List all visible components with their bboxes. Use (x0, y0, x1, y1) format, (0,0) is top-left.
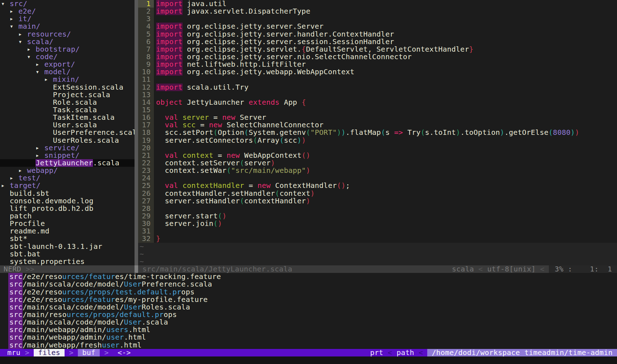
ctrlp-result-row[interactable]: src/e2e/resources/features/my-profile.fe… (0, 296, 617, 303)
code-line-5[interactable]: 5import org.eclipse.jetty.server.handler… (138, 30, 617, 38)
expand-arrow-icon[interactable]: ▸ (10, 8, 14, 15)
expand-arrow-icon[interactable]: ▸ (44, 76, 48, 83)
code-line-6[interactable]: 6import org.eclipse.jetty.server.session… (138, 38, 617, 46)
code-line-31[interactable]: 31 (138, 227, 617, 235)
code-line-23[interactable]: 23 context.setWar("src/main/webapp") (138, 167, 617, 174)
code-line-7[interactable]: 7import org.eclipse.jetty.servlet.{Defau… (138, 46, 617, 53)
tree-dir-src[interactable]: ▾src/ (0, 0, 135, 8)
expand-arrow-icon[interactable]: ▸ (10, 15, 14, 23)
code-line-21[interactable]: 21 val context = new WebAppContext() (138, 152, 617, 159)
ctrlp-result-row[interactable]: src/main/webapp/admin/user.html (0, 334, 617, 341)
ctrlp-prompt[interactable]: >>> user_ (0, 356, 617, 364)
tree-file-patch[interactable]: patch (0, 212, 135, 220)
ctrlp-result-list[interactable]: src/e2e/resources/features/time-tracking… (0, 273, 617, 349)
ctrlp-result-row[interactable]: src/main/scala/code/model/UserRoles.scal… (0, 303, 617, 311)
tree-file-sbt-bat[interactable]: sbt.bat (0, 250, 135, 258)
tree-file-sbt[interactable]: sbt* (0, 235, 135, 242)
code-line-19[interactable]: 19 server.setConnectors(Array(scc)) (138, 137, 617, 144)
tree-file-lift-proto-db-h2-db[interactable]: lift_proto.db.h2.db (0, 205, 135, 212)
tree-dir-main[interactable]: ▾main/ (0, 23, 135, 30)
expand-arrow-icon[interactable]: ▸ (10, 174, 14, 182)
ctrlp-mode-files[interactable]: files (34, 349, 65, 356)
code-line-9[interactable]: 9import net.liftweb.http.LiftFilter (138, 61, 617, 68)
collapse-arrow-icon[interactable]: ▾ (10, 23, 14, 30)
code-line-20[interactable]: 20 (138, 144, 617, 152)
tree-file-build-sbt[interactable]: build.sbt (0, 190, 135, 197)
code-line-17[interactable]: 17 val scc = new SelectChannelConnector (138, 121, 617, 129)
tree-dir-snippet[interactable]: ▸snippet/ (0, 152, 135, 159)
tree-file-UserRoles-scala[interactable]: UserRoles.scala (0, 137, 135, 144)
tree-dir-bootstrap[interactable]: ▸bootstrap/ (0, 46, 135, 53)
tree-file-TaskItem-scala[interactable]: TaskItem.scala (0, 114, 135, 121)
code-line-13[interactable]: 13 (138, 91, 617, 99)
tree-dir-test[interactable]: ▸test/ (0, 174, 135, 182)
tree-dir-e2e[interactable]: ▸e2e/ (0, 8, 135, 15)
ctrlp-result-row[interactable]: src/main/resources/props/default.props (0, 311, 617, 318)
ctrlp-result-row[interactable]: src/main/webapp/freshuser.html (0, 341, 617, 349)
expand-arrow-icon[interactable]: ▸ (18, 30, 22, 38)
tree-file-JettyLauncher-scala[interactable]: JettyLauncher.scala (0, 159, 135, 167)
collapse-arrow-icon[interactable]: ▾ (27, 53, 31, 61)
tree-dir-target[interactable]: ▸target/ (0, 182, 135, 189)
code-line-2[interactable]: 2import javax.servlet.DispatcherType (138, 8, 617, 15)
tree-dir-resources[interactable]: ▸resources/ (0, 30, 135, 38)
code-line-1[interactable]: 1import java.util (138, 0, 617, 8)
editor-pane[interactable]: 1import java.util2import javax.servlet.D… (138, 0, 617, 243)
collapse-arrow-icon[interactable]: ▾ (36, 68, 39, 76)
ctrlp-result-row[interactable]: src/e2e/resources/props/test.default.pro… (0, 288, 617, 296)
tree-file-User-scala[interactable]: User.scala (0, 121, 135, 129)
code-line-26[interactable]: 26 contextHandler.setHandler(context) (138, 190, 617, 197)
ctrlp-result-row[interactable]: src/main/scala/code/model/UserPreference… (0, 280, 617, 288)
ctrlp-mode-mru[interactable]: mru (3, 349, 25, 356)
code-line-27[interactable]: 27 server.setHandler(contextHandler) (138, 197, 617, 205)
expand-arrow-icon[interactable]: ▸ (36, 152, 39, 159)
tree-dir-model[interactable]: ▾model/ (0, 68, 135, 76)
tree-dir-mixin[interactable]: ▸mixin/ (0, 76, 135, 83)
code-line-18[interactable]: 18 scc.setPort(Option(System.getenv("POR… (138, 129, 617, 136)
tree-dir-export[interactable]: ▸export/ (0, 61, 135, 68)
code-line-30[interactable]: 30 server.join() (138, 220, 617, 227)
code-line-24[interactable]: 24 (138, 174, 617, 182)
ctrlp-result-row[interactable]: src/main/scala/code/model/User.scala (0, 318, 617, 326)
tree-file-console-devmode-log[interactable]: console.devmode.log (0, 197, 135, 205)
code-line-15[interactable]: 15 (138, 106, 617, 114)
window-split-handle-bottom[interactable] (135, 265, 138, 273)
code-line-11[interactable]: 11 (138, 76, 617, 83)
expand-arrow-icon[interactable]: ▸ (27, 46, 31, 53)
tree-file-readme-md[interactable]: readme.md (0, 227, 135, 235)
code-line-14[interactable]: 14object JettyLauncher extends App { (138, 99, 617, 106)
code-line-28[interactable]: 28 (138, 205, 617, 212)
collapse-arrow-icon[interactable]: ▾ (18, 38, 22, 46)
tree-dir-code[interactable]: ▾code/ (0, 53, 135, 61)
ctrlp-mode-buf[interactable]: buf (78, 349, 100, 356)
window-split-handle[interactable] (135, 0, 138, 265)
tree-file-Procfile[interactable]: Procfile (0, 220, 135, 227)
tree-file-ExtSession-scala[interactable]: ExtSession.scala (0, 84, 135, 91)
code-line-10[interactable]: 10import org.eclipse.jetty.webapp.WebApp… (138, 68, 617, 76)
expand-arrow-icon[interactable]: ▸ (1, 182, 5, 189)
code-line-12[interactable]: 12import scala.util.Try (138, 84, 617, 91)
tree-file-UserPreference-scala[interactable]: UserPreference.scala (0, 129, 135, 136)
code-line-4[interactable]: 4import org.eclipse.jetty.server.Server (138, 23, 617, 30)
tree-dir-service[interactable]: ▸service/ (0, 144, 135, 152)
code-line-8[interactable]: 8import org.eclipse.jetty.server.nio.Sel… (138, 53, 617, 61)
collapse-arrow-icon[interactable]: ▾ (1, 0, 5, 8)
code-line-29[interactable]: 29 server.start() (138, 212, 617, 220)
tree-dir-webapp[interactable]: ▸webapp/ (0, 167, 135, 174)
ctrlp-result-row[interactable]: src/main/webapp/admin/users.html (0, 326, 617, 334)
ctrlp-result-row[interactable]: src/e2e/resources/features/time-tracking… (0, 273, 617, 280)
tree-file-Project-scala[interactable]: Project.scala (0, 91, 135, 99)
code-line-32[interactable]: 32} (138, 235, 617, 242)
code-line-3[interactable]: 3 (138, 15, 617, 23)
code-line-22[interactable]: 22 context.setServer(server) (138, 159, 617, 167)
expand-arrow-icon[interactable]: ▸ (18, 167, 22, 174)
expand-arrow-icon[interactable]: ▸ (36, 61, 39, 68)
tree-dir-it[interactable]: ▸it/ (0, 15, 135, 23)
code-line-16[interactable]: 16 val server = new Server (138, 114, 617, 121)
tree-dir-scala[interactable]: ▾scala/ (0, 38, 135, 46)
expand-arrow-icon[interactable]: ▸ (36, 144, 39, 152)
tree-file-Task-scala[interactable]: Task.scala (0, 106, 135, 114)
tree-file-sbt-launch-0-13-1-jar[interactable]: sbt-launch-0.13.1.jar (0, 243, 135, 250)
tree-file-system-properties[interactable]: system.properties (0, 258, 135, 265)
code-line-25[interactable]: 25 val contextHandler = new ContextHandl… (138, 182, 617, 189)
